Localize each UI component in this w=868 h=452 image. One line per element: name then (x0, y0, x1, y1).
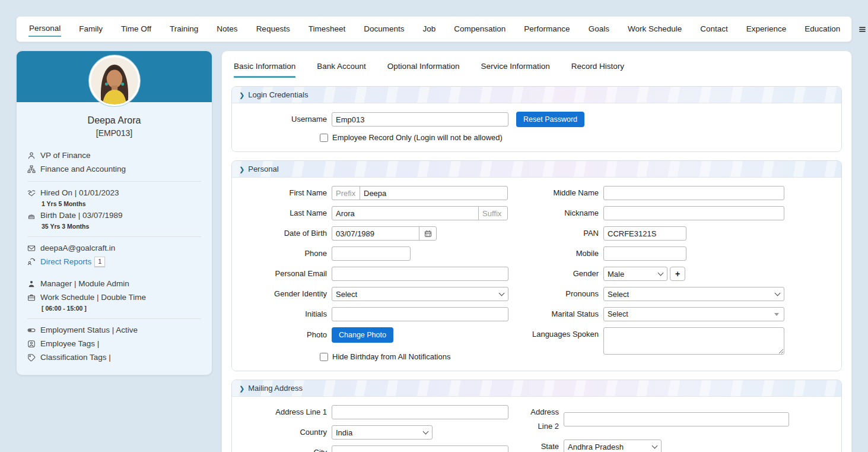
mobile-input[interactable] (603, 246, 686, 261)
top-tab-requests[interactable]: Requests (256, 22, 291, 36)
hide-birthday-checkbox[interactable] (320, 353, 328, 361)
dob-label: Date of Birth (232, 226, 332, 241)
address-line-1-label: Address Line 1 (232, 405, 332, 419)
section-title: Mailing Address (248, 384, 303, 393)
top-tab-contact[interactable]: Contact (700, 22, 729, 36)
first-name-label: First Name (232, 186, 332, 200)
avatar (89, 55, 140, 106)
last-name-label: Last Name (232, 206, 332, 220)
top-tab-notes[interactable]: Notes (216, 22, 238, 36)
top-tab-documents[interactable]: Documents (363, 22, 405, 36)
birth-date-row: Birth Date | 03/07/1989 (27, 211, 201, 221)
top-tab-education[interactable]: Education (804, 22, 841, 36)
personal-email-input[interactable] (332, 267, 508, 281)
org-chart-icon (27, 165, 36, 173)
top-tab-training[interactable]: Training (169, 22, 199, 36)
change-photo-button[interactable]: Change Photo (332, 327, 393, 343)
manager: Manager | Module Admin (40, 279, 129, 289)
handshake-icon (27, 189, 36, 197)
top-tab-personal[interactable]: Personal (28, 21, 61, 37)
marital-status-select[interactable]: Select (603, 307, 784, 321)
top-navigation: Personal Family Time Off Training Notes … (16, 16, 852, 42)
direct-reports-icon (27, 257, 36, 265)
reset-password-button[interactable]: Reset Password (516, 112, 584, 127)
pan-input[interactable] (603, 226, 686, 241)
employee-name: Deepa Arora (17, 115, 212, 126)
employee-profile-card: Deepa Arora [EMP013] VP of Finance Finan… (16, 50, 212, 375)
address-line-2-label: Address Line 2 (516, 405, 564, 434)
briefcase-icon (27, 293, 36, 302)
top-tab-compensation[interactable]: Compensation (453, 22, 506, 36)
middle-name-input[interactable] (603, 186, 784, 200)
work-hours: [ 06:00 - 15:00 ] (42, 305, 201, 312)
dropdown-caret-icon (774, 313, 779, 316)
work-schedule-row: Work Schedule | Double Time (27, 293, 201, 303)
initials-input[interactable] (332, 307, 508, 321)
country-select[interactable]: India (332, 425, 433, 440)
username-input[interactable] (332, 112, 508, 127)
dob-input[interactable] (332, 226, 419, 241)
top-tab-family[interactable]: Family (78, 22, 103, 36)
pan-label: PAN (516, 226, 603, 241)
languages-spoken-textarea[interactable] (603, 327, 784, 355)
username-label: Username (232, 112, 332, 127)
address-line-2-input[interactable] (564, 412, 789, 426)
more-tabs-button[interactable] (858, 25, 867, 34)
tenure: 1 Yrs 5 Months (42, 200, 201, 207)
middle-name-label: Middle Name (516, 186, 603, 200)
top-tab-goals[interactable]: Goals (588, 22, 610, 36)
top-tab-performance[interactable]: Performance (523, 22, 570, 36)
department: Finance and Accounting (40, 165, 126, 175)
divider (27, 318, 201, 319)
gender-identity-select[interactable]: Select (332, 287, 508, 301)
section-title: Login Credentials (248, 90, 308, 99)
employment-status-row: Employment Status | Active (27, 325, 201, 336)
country-label: Country (232, 425, 332, 440)
initials-label: Initials (232, 307, 332, 321)
marital-status-label: Marital Status (516, 307, 603, 321)
pronouns-select[interactable]: Select (603, 287, 784, 301)
collapse-arrow-icon: ❯ (239, 385, 244, 392)
last-name-input[interactable] (332, 206, 479, 220)
add-gender-button[interactable]: + (670, 267, 685, 281)
manager-icon (27, 280, 36, 288)
nickname-label: Nickname (516, 206, 603, 220)
collapse-arrow-icon: ❯ (239, 166, 244, 173)
hired-on-row: Hired On | 01/01/2023 (27, 188, 201, 198)
suffix-input[interactable] (478, 206, 508, 220)
employee-tags: Employee Tags | (40, 339, 99, 349)
login-credentials-header[interactable]: ❯Login Credentials (232, 87, 841, 103)
hamburger-icon (858, 25, 867, 34)
tab-record-history[interactable]: Record History (571, 59, 624, 78)
detail-tabs: Basic Information Bank Account Optional … (231, 58, 842, 78)
city-input[interactable] (332, 445, 508, 452)
gender-select[interactable]: Male (603, 267, 667, 281)
person-icon (27, 151, 36, 160)
state-label: State (516, 440, 564, 452)
profile-header-band (17, 51, 212, 102)
tab-basic-information[interactable]: Basic Information (234, 59, 295, 78)
top-tab-work-schedule[interactable]: Work Schedule (627, 22, 682, 36)
prefix-input[interactable] (332, 186, 360, 200)
top-tab-timesheet[interactable]: Timesheet (308, 22, 346, 36)
top-tab-time-off[interactable]: Time Off (120, 22, 152, 36)
employee-tags-row: Employee Tags | (27, 339, 201, 349)
first-name-input[interactable] (360, 186, 508, 200)
top-tab-job[interactable]: Job (422, 22, 436, 36)
state-select[interactable]: Andhra Pradesh (564, 440, 662, 452)
address-line-1-input[interactable] (332, 405, 508, 419)
birth-date: Birth Date | 03/07/1989 (40, 211, 123, 221)
tab-optional-information[interactable]: Optional Information (387, 59, 460, 78)
top-tab-experience[interactable]: Experience (746, 22, 787, 36)
personal-header[interactable]: ❯Personal (232, 161, 841, 178)
date-picker-button[interactable] (419, 226, 437, 241)
tab-bank-account[interactable]: Bank Account (317, 59, 366, 78)
nickname-input[interactable] (603, 206, 784, 220)
direct-reports-link[interactable]: Direct Reports (40, 257, 91, 266)
phone-input[interactable] (332, 246, 411, 261)
employee-record-only-checkbox[interactable] (320, 134, 328, 142)
mailing-address-header[interactable]: ❯Mailing Address (232, 380, 841, 397)
employment-status: Employment Status | Active (40, 325, 138, 336)
employee-record-only-label: Employee Record Only (Login will not be … (332, 133, 503, 142)
tab-service-information[interactable]: Service Information (481, 59, 549, 78)
